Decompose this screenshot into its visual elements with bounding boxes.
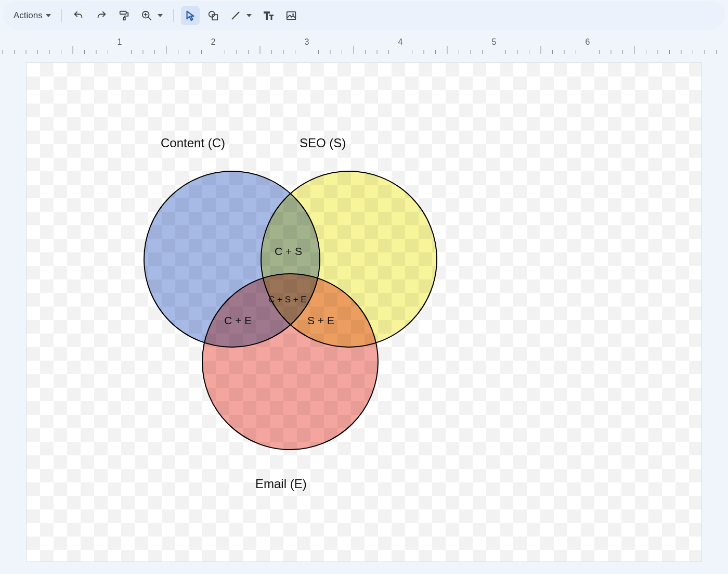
ruler-mark: 2 — [211, 37, 216, 46]
caret-down-icon — [158, 14, 163, 17]
textbox-icon — [262, 10, 275, 21]
cursor-icon — [185, 10, 196, 21]
line-icon — [230, 10, 241, 21]
separator — [61, 9, 62, 22]
svg-point-10 — [292, 14, 294, 15]
venn-intersection-c-s-e[interactable]: C + S + E — [268, 295, 307, 305]
undo-button[interactable] — [69, 6, 88, 25]
svg-rect-1 — [123, 18, 125, 20]
ruler-mark: 6 — [586, 37, 590, 46]
actions-menu[interactable]: Actions — [10, 6, 54, 25]
separator — [173, 9, 174, 22]
venn-title-content[interactable]: Content (C) — [161, 136, 225, 150]
svg-line-8 — [232, 12, 239, 19]
actions-label: Actions — [14, 10, 43, 21]
textbox-tool-button[interactable] — [259, 6, 278, 25]
venn-intersection-s-e[interactable]: S + E — [307, 314, 334, 327]
shape-icon — [207, 10, 219, 21]
horizontal-ruler[interactable]: 1 2 3 4 5 6 — [0, 34, 728, 56]
ruler-mark: 3 — [305, 37, 309, 46]
image-tool-button[interactable] — [282, 6, 301, 25]
ruler-mark: 4 — [398, 37, 403, 46]
image-icon — [285, 10, 297, 21]
line-tool-button[interactable] — [227, 6, 255, 25]
ruler-mark: 5 — [492, 37, 497, 46]
redo-button[interactable] — [92, 6, 111, 25]
zoom-button[interactable] — [138, 6, 166, 25]
drawing-canvas[interactable]: Content (C) SEO (S) Email (E) C + S C + … — [26, 62, 702, 562]
venn-intersection-c-s[interactable]: C + S — [275, 245, 302, 258]
shape-tool-button[interactable] — [204, 6, 223, 25]
venn-intersection-c-e[interactable]: C + E — [224, 314, 252, 327]
select-tool-button[interactable] — [181, 6, 200, 25]
ruler-mark: 1 — [118, 37, 122, 46]
venn-title-seo[interactable]: SEO (S) — [300, 136, 346, 150]
undo-icon — [73, 10, 84, 21]
zoom-in-icon — [141, 10, 152, 21]
redo-icon — [96, 10, 107, 21]
caret-down-icon — [246, 14, 252, 17]
svg-line-3 — [148, 17, 151, 20]
caret-down-icon — [46, 14, 51, 17]
toolbar: Actions — [3, 1, 725, 30]
paint-roller-icon — [119, 10, 130, 21]
paint-format-button[interactable] — [115, 6, 134, 25]
svg-rect-7 — [212, 15, 217, 20]
venn-title-email[interactable]: Email (E) — [255, 477, 307, 491]
svg-rect-0 — [120, 11, 126, 15]
svg-rect-9 — [287, 12, 296, 20]
